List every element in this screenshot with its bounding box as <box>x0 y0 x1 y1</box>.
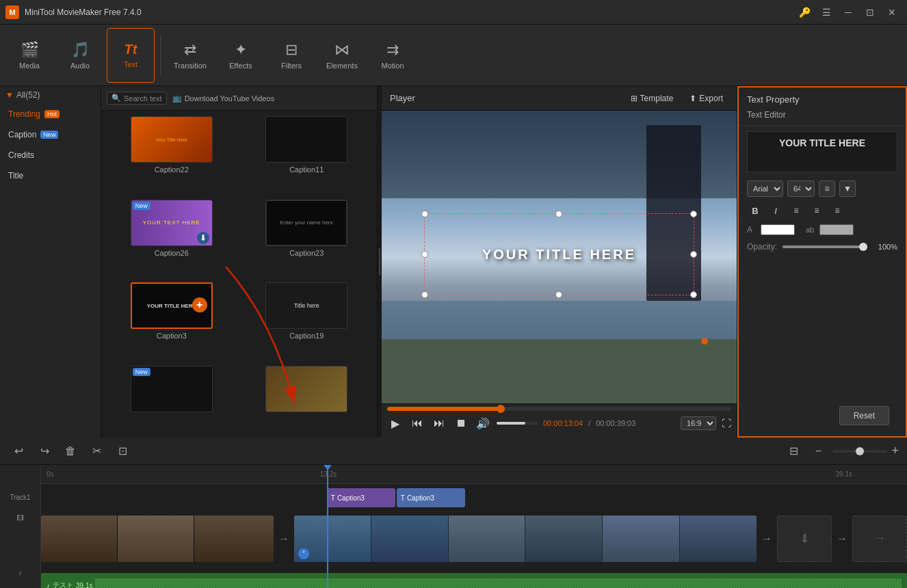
align-right-btn[interactable]: ≡ <box>829 202 845 219</box>
prev-btn[interactable]: ⏮ <box>409 415 425 431</box>
left-arrow-btn[interactable]: → <box>274 529 294 549</box>
thumb-caption26[interactable]: New YOUR TEXT HERE ⬇ Caption26 <box>107 200 237 278</box>
handle-topcenter[interactable] <box>555 211 562 217</box>
caret-icon: ▼ <box>5 90 14 100</box>
maximize-btn[interactable]: ⊡ <box>860 3 880 22</box>
toolbar-text[interactable]: Tt Text <box>107 28 155 83</box>
fullscreen-btn[interactable]: ⛶ <box>722 418 731 429</box>
caption-clip-1[interactable]: T Caption3 <box>327 488 395 507</box>
handle-topleft[interactable] <box>421 211 428 217</box>
align-center-btn[interactable]: ≡ <box>809 202 825 219</box>
film-icon: 🎞 <box>17 514 24 522</box>
bold-btn[interactable]: B <box>747 202 763 219</box>
handle-bottomcenter[interactable] <box>555 291 562 298</box>
text-color-swatch[interactable] <box>819 224 854 235</box>
audio-track-row: ♪ テスト 39.1s <box>41 566 907 588</box>
handle-bottomright[interactable] <box>690 291 697 298</box>
opacity-slider[interactable] <box>783 245 867 248</box>
volume-slider[interactable] <box>497 422 538 425</box>
sidebar-item-title[interactable]: Title <box>0 165 101 186</box>
toolbar-elements[interactable]: ⋈ Elements <box>318 28 366 83</box>
audio-side-btn[interactable]: ♪ <box>0 566 40 580</box>
frame3 <box>194 516 274 562</box>
size-select[interactable]: 64 48 36 24 <box>787 181 815 197</box>
timeline-toolbar: ↩ ↪ 🗑 ✂ ⊡ ⊟ − + <box>0 438 907 465</box>
playhead[interactable] <box>327 465 328 483</box>
audio-clip[interactable]: ♪ テスト 39.1s <box>41 573 907 588</box>
volume-fill <box>497 422 525 425</box>
zoom-handle[interactable] <box>856 447 864 455</box>
handle-midright[interactable] <box>690 251 697 258</box>
minimize-btn[interactable]: ─ <box>839 3 858 22</box>
menu-btn[interactable]: ☰ <box>817 3 836 22</box>
template-btn[interactable]: ⊞ Template <box>625 91 679 106</box>
thumb-caption23[interactable]: Enter your name here Caption23 <box>242 200 372 278</box>
next-btn[interactable]: ⏭ <box>431 415 447 431</box>
sidebar-item-credits[interactable]: Credits <box>0 145 101 165</box>
toolbar-audio[interactable]: 🎵 Audio <box>56 28 104 83</box>
download-youtube-btn[interactable]: 📺 Download YouTube Videos <box>172 94 275 103</box>
text-selection-box[interactable]: YOUR TITLE HERE <box>424 213 694 295</box>
sidebar-header[interactable]: ▼ All(52) <box>0 86 101 104</box>
play-btn[interactable]: ▶ <box>387 415 404 431</box>
handle-topright[interactable] <box>690 211 697 217</box>
toolbar-filters[interactable]: ⊟ Filters <box>267 28 315 83</box>
caption-clip-2-icon: T <box>401 494 405 502</box>
volume-btn[interactable]: 🔊 <box>475 415 491 431</box>
align-left-btn[interactable]: ≡ <box>788 202 804 219</box>
sidebar-item-caption[interactable]: Caption New <box>0 124 101 145</box>
handle-bottomleft[interactable] <box>421 291 428 298</box>
sidebar-item-trending[interactable]: Trending Hot <box>0 104 101 124</box>
italic-btn[interactable]: I <box>767 202 784 219</box>
thumb-caption22[interactable]: Your Title Here Caption22 <box>107 116 237 194</box>
toolbar-transition[interactable]: ⇄ Transition <box>166 28 214 83</box>
search-box[interactable]: 🔍 Search text <box>107 92 167 105</box>
undo-btn[interactable]: ↩ <box>8 441 29 462</box>
placeholder-arrow-btn[interactable]: → <box>832 529 852 549</box>
font-select[interactable]: Arial <box>747 181 783 197</box>
transition-icon: ⇄ <box>184 41 196 59</box>
audio-waveform <box>95 578 902 588</box>
ratio-select[interactable]: 16:9 9:16 4:3 1:1 <box>681 416 716 430</box>
list-style-btn[interactable]: ≡ <box>819 181 835 197</box>
thumb-next2[interactable] <box>242 366 372 433</box>
zoom-copy-btn[interactable]: ⊟ <box>783 441 804 462</box>
bg-color-swatch[interactable] <box>761 224 795 235</box>
export-btn[interactable]: ⬆ Export <box>684 91 728 106</box>
video-frames <box>294 516 757 562</box>
thumb-caption3[interactable]: YOUR TITLE HERE + Caption3 <box>107 282 237 360</box>
thumb-caption26-label: Caption26 <box>155 249 189 257</box>
delete-btn[interactable]: 🗑 <box>60 441 81 462</box>
settings-btn[interactable]: 🔑 <box>795 3 814 22</box>
thumb-caption11[interactable]: Caption11 <box>242 116 372 194</box>
toolbar-motion[interactable]: ⇉ Motion <box>369 28 417 83</box>
progress-handle[interactable] <box>497 405 505 413</box>
toolbar-effects[interactable]: ✦ Effects <box>217 28 265 83</box>
redo-btn[interactable]: ↪ <box>34 441 55 462</box>
cut-btn[interactable]: ✂ <box>86 441 107 462</box>
progress-bar[interactable] <box>387 407 731 411</box>
opacity-handle[interactable] <box>859 243 867 251</box>
text-editor[interactable]: YOUR TITLE HERE <box>747 131 897 172</box>
thumb-caption19[interactable]: Title here Caption19 <box>242 282 372 360</box>
player-video: YOUR TITLE HERE <box>382 111 737 403</box>
more-options-btn[interactable]: ▼ <box>839 181 856 197</box>
right-arrow-btn[interactable]: → <box>757 529 777 549</box>
toolbar-filters-label: Filters <box>281 62 302 70</box>
reset-btn[interactable]: Reset <box>839 406 889 425</box>
stop-btn[interactable]: ⏹ <box>453 415 469 431</box>
handle-midleft[interactable] <box>421 251 428 258</box>
caption-clip-2[interactable]: T Caption3 <box>397 488 465 507</box>
zoom-plus-btn[interactable]: + <box>891 444 899 458</box>
video-side-btn[interactable]: 🎞 <box>0 511 40 525</box>
scene-ground <box>382 339 737 403</box>
zoom-minus-btn[interactable]: − <box>808 441 828 462</box>
video-clip-main[interactable]: * <box>294 516 757 562</box>
add-caption3-btn[interactable]: + <box>192 297 207 312</box>
close-btn[interactable]: ✕ <box>882 3 902 22</box>
video-clip-left[interactable] <box>41 516 274 562</box>
zoom-slider[interactable] <box>832 450 887 453</box>
thumb-next1[interactable]: New <box>107 366 237 433</box>
toolbar-media[interactable]: 🎬 Media <box>5 28 53 83</box>
crop-btn[interactable]: ⊡ <box>112 441 133 462</box>
